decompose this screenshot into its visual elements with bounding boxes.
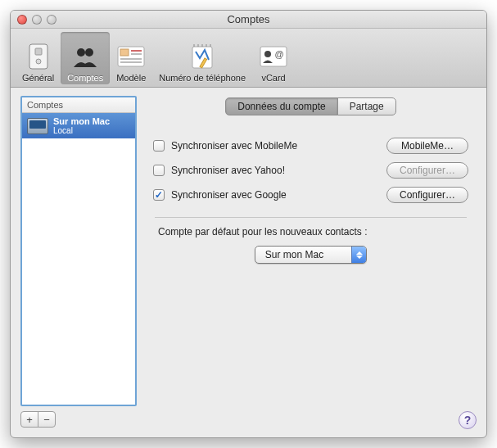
sync-label: Synchroniser avec Google	[171, 189, 287, 201]
help-button[interactable]: ?	[459, 411, 477, 429]
sync-row-yahoo: Synchroniser avec Yahoo! Configurer…	[151, 158, 470, 183]
default-account-select[interactable]: Sur mon Mac	[255, 246, 367, 264]
default-account-label: Compte par défaut pour les nouveaux cont…	[151, 226, 470, 238]
zoom-button[interactable]	[47, 15, 56, 25]
toolbar-item-phone[interactable]: Numéro de téléphone	[152, 32, 252, 84]
tab-bar: Données du compte Partage	[145, 97, 477, 115]
minimize-button[interactable]	[32, 15, 42, 25]
preferences-window: Comptes Général	[10, 10, 487, 438]
svg-point-19	[264, 51, 271, 57]
svg-point-4	[85, 48, 93, 57]
checkbox-yahoo[interactable]	[153, 165, 165, 176]
toolbar-item-general[interactable]: Général	[16, 32, 61, 84]
toolbar-label: Général	[22, 73, 54, 83]
configure-yahoo-button: Configurer…	[386, 162, 468, 179]
remove-button[interactable]: −	[38, 411, 56, 428]
svg-point-2	[36, 59, 41, 64]
configure-google-button[interactable]: Configurer…	[386, 187, 468, 203]
configure-mobileme-button[interactable]: MobileMe…	[386, 138, 468, 154]
add-button[interactable]: +	[20, 411, 38, 428]
list-item[interactable]: Sur mon Mac Local	[22, 113, 135, 138]
people-icon	[70, 42, 100, 71]
list-header: Comptes	[22, 97, 135, 113]
accounts-list[interactable]: Comptes Sur mon Mac Local	[20, 96, 137, 406]
checkbox-google[interactable]	[153, 189, 165, 201]
close-button[interactable]	[17, 15, 27, 25]
sync-row-google: Synchroniser avec Google Configurer…	[151, 183, 470, 207]
divider	[155, 217, 467, 218]
svg-text:@: @	[274, 49, 283, 59]
toolbar: Général Comptes	[11, 29, 486, 88]
list-item-title: Sur mon Mac	[53, 116, 110, 126]
toolbar-label: Modèle	[116, 73, 146, 83]
chevron-updown-icon	[351, 247, 366, 263]
sync-label: Synchroniser avec MobileMe	[171, 140, 297, 152]
toolbar-item-vcard[interactable]: @ vCard	[252, 32, 295, 84]
titlebar: Comptes	[11, 11, 486, 29]
notepad-icon	[188, 42, 217, 71]
detail-panel: Données du compte Partage Synchroniser a…	[145, 96, 477, 428]
list-item-text: Sur mon Mac Local	[53, 116, 110, 135]
svg-rect-6	[120, 49, 129, 56]
card-icon	[116, 42, 146, 71]
sidebar: Comptes Sur mon Mac Local + −	[20, 96, 137, 428]
window-title: Comptes	[11, 13, 486, 25]
toolbar-label: vCard	[261, 73, 285, 83]
tab-account-data[interactable]: Données du compte	[225, 97, 337, 115]
svg-point-3	[77, 48, 85, 57]
toolbar-item-accounts[interactable]: Comptes	[61, 32, 110, 84]
tab-sharing[interactable]: Partage	[337, 97, 396, 115]
content-area: Comptes Sur mon Mac Local + −	[11, 88, 486, 437]
toolbar-item-template[interactable]: Modèle	[110, 32, 152, 84]
select-value: Sur mon Mac	[255, 249, 351, 260]
toolbar-label: Comptes	[67, 73, 103, 83]
window-controls	[11, 15, 56, 25]
checkbox-mobileme[interactable]	[153, 140, 165, 152]
sync-options: Synchroniser avec MobileMe MobileMe… Syn…	[151, 133, 470, 264]
add-remove-controls: + −	[20, 411, 137, 428]
svg-rect-1	[35, 48, 42, 55]
sync-label: Synchroniser avec Yahoo!	[171, 165, 285, 176]
toolbar-label: Numéro de téléphone	[159, 73, 246, 83]
computer-icon	[27, 118, 48, 134]
switch-icon	[24, 42, 53, 71]
list-item-subtitle: Local	[53, 126, 110, 135]
sync-row-mobileme: Synchroniser avec MobileMe MobileMe…	[151, 133, 470, 158]
vcard-icon: @	[259, 42, 288, 71]
